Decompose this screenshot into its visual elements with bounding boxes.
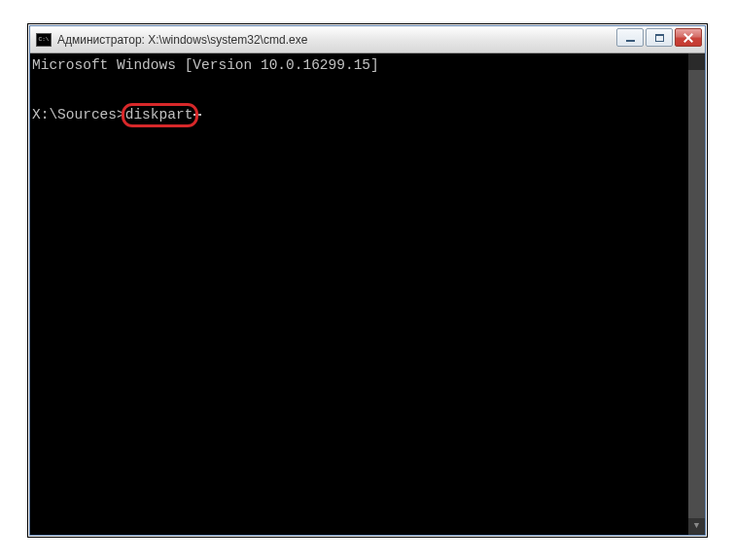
version-text: Microsoft Windows [Version 10.0.16299.15… [32,57,379,74]
highlight-annotation [122,103,199,127]
prompt-line: X:\Sources>diskpart [32,107,201,123]
minimize-button[interactable] [616,28,644,47]
window-title: Администратор: X:\windows\system32\cmd.e… [57,33,616,47]
terminal-area[interactable]: Microsoft Windows [Version 10.0.16299.15… [30,53,705,535]
maximize-button[interactable] [646,28,673,47]
cmd-icon: C:\ [36,33,52,47]
scroll-thumb[interactable] [688,70,705,518]
cmd-window: C:\ Администратор: X:\windows\system32\c… [29,25,706,536]
maximize-icon [655,34,664,42]
command-highlight: diskpart [125,107,193,123]
minimize-icon [626,40,635,42]
close-icon [683,33,693,43]
titlebar[interactable]: C:\ Администратор: X:\windows\system32\c… [30,26,705,53]
close-button[interactable] [675,28,702,47]
window-controls [616,26,705,52]
scrollbar[interactable]: ▲ ▼ [688,53,705,535]
scroll-down-button[interactable]: ▼ [688,518,705,535]
prompt-text: X:\Sources> [32,107,125,123]
